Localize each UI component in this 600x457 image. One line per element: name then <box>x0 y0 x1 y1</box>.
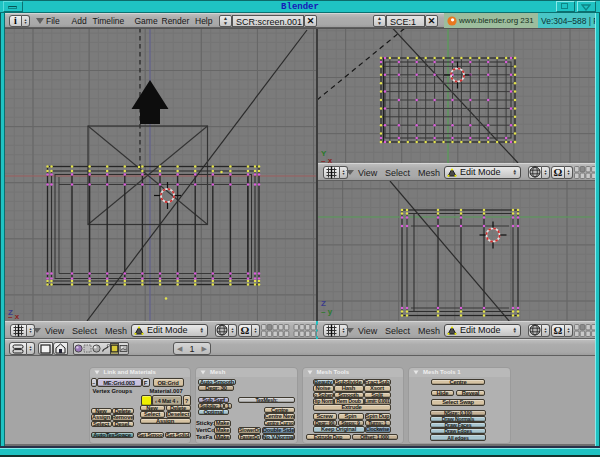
svg-text:– y: – y <box>321 307 333 316</box>
svg-text:– x: – x <box>321 156 333 163</box>
svg-text:– x: – x <box>8 312 20 321</box>
